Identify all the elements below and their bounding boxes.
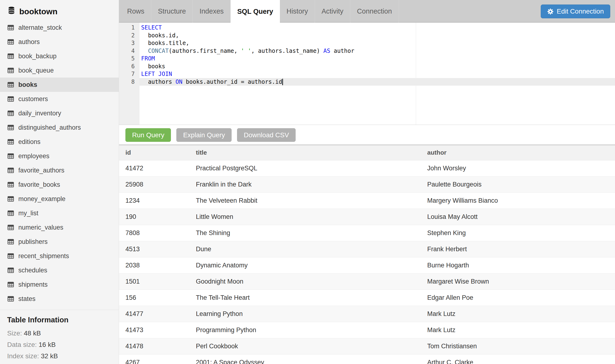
explain-query-button[interactable]: Explain Query [176, 128, 232, 142]
table-icon [7, 124, 14, 131]
table-icon [7, 295, 14, 302]
author-cell: Margery Williams Bianco [421, 193, 615, 209]
table-row: 190Little WomenLouisa May Alcott [119, 209, 615, 225]
table-icon [7, 24, 14, 31]
sidebar-table-item[interactable]: states [0, 292, 119, 306]
id-cell: 25908 [119, 176, 189, 193]
code-line: CONCAT(authors.first_name, ' ', authors.… [140, 47, 615, 55]
author-cell: Frank Herbert [421, 241, 615, 257]
table-icon [7, 38, 14, 45]
table-row: 1501Goodnight MoonMargaret Wise Brown [119, 273, 615, 289]
sidebar-table-item[interactable]: schedules [0, 263, 119, 277]
title-cell: Learning Python [189, 306, 421, 322]
database-icon [7, 6, 16, 17]
table-icon [7, 181, 14, 188]
sidebar-table-item[interactable]: customers [0, 92, 119, 106]
sidebar-table-item[interactable]: my_list [0, 206, 119, 220]
table-info-data-size: Data size: 16 kB [7, 341, 112, 349]
author-cell: Edgar Allen Poe [421, 289, 615, 306]
table-name-label: money_example [18, 195, 65, 203]
table-name-label: distinguished_authors [18, 124, 81, 131]
edit-connection-button[interactable]: Edit Connection [541, 4, 610, 18]
sidebar-table-item[interactable]: editions [0, 135, 119, 149]
table-name-label: editions [18, 138, 40, 146]
sidebar-table-item-selected[interactable]: books [0, 78, 119, 92]
editor-code-area[interactable]: SELECT books.id, books.title, CONCAT(aut… [140, 23, 615, 125]
tab-connection[interactable]: Connection [350, 0, 399, 23]
edit-connection-label: Edit Connection [557, 8, 604, 15]
sidebar: booktown alternate_stock authors book_ba… [0, 0, 119, 364]
table-icon [7, 153, 14, 160]
author-cell: John Worsley [421, 160, 615, 176]
table-info-size: Size: 48 kB [7, 329, 112, 337]
author-cell: Arthur C. Clarke [421, 354, 615, 364]
results-table: id title author 41472Practical PostgreSQ… [119, 145, 615, 364]
table-row: 156The Tell-Tale HeartEdgar Allen Poe [119, 289, 615, 306]
id-cell: 1501 [119, 273, 189, 289]
author-cell: Mark Lutz [421, 322, 615, 338]
table-name-label: publishers [18, 238, 48, 246]
column-header-id: id [119, 145, 189, 160]
author-cell: Burne Hogarth [421, 257, 615, 273]
title-cell: Franklin in the Dark [189, 176, 421, 193]
sidebar-table-item[interactable]: alternate_stock [0, 20, 119, 35]
sidebar-table-item[interactable]: book_backup [0, 49, 119, 63]
line-number: 1 [119, 24, 140, 32]
code-line: books.id, [140, 32, 615, 39]
sidebar-table-item[interactable]: distinguished_authors [0, 120, 119, 135]
table-icon [7, 81, 14, 88]
tab-bar: Rows Structure Indexes SQL Query History… [119, 0, 615, 23]
table-name-label: states [18, 295, 36, 303]
table-name-label: my_list [18, 210, 38, 217]
table-name-label: favorite_books [18, 181, 60, 188]
id-cell: 41477 [119, 306, 189, 322]
table-name-label: numeric_values [18, 224, 63, 231]
table-name-label: shipments [18, 281, 48, 288]
tab-rows[interactable]: Rows [120, 0, 151, 23]
tab-structure[interactable]: Structure [151, 0, 193, 23]
table-icon [7, 95, 14, 103]
table-name-label: customers [18, 95, 48, 103]
line-number: 3 [119, 39, 140, 47]
tab-sql-query[interactable]: SQL Query [231, 0, 280, 23]
sidebar-table-item[interactable]: shipments [0, 277, 119, 292]
id-cell: 4513 [119, 241, 189, 257]
editor-gutter: 1 2 3 4 5 6 7 8 [119, 23, 140, 125]
table-icon [7, 52, 14, 60]
title-cell: The Velveteen Rabbit [189, 193, 421, 209]
sidebar-table-item[interactable]: favorite_books [0, 178, 119, 192]
sidebar-table-item[interactable]: publishers [0, 234, 119, 249]
tab-activity[interactable]: Activity [315, 0, 350, 23]
id-cell: 7808 [119, 225, 189, 241]
run-query-button[interactable]: Run Query [125, 128, 171, 142]
tab-history[interactable]: History [280, 0, 315, 23]
results-header-row: id title author [119, 145, 615, 160]
id-cell: 4267 [119, 354, 189, 364]
id-cell: 156 [119, 289, 189, 306]
id-cell: 41472 [119, 160, 189, 176]
sidebar-table-item[interactable]: authors [0, 35, 119, 49]
query-toolbar: Run Query Explain Query Download CSV [119, 125, 615, 145]
sidebar-table-item[interactable]: favorite_authors [0, 163, 119, 178]
download-csv-button[interactable]: Download CSV [237, 128, 296, 142]
sidebar-table-item[interactable]: employees [0, 149, 119, 163]
table-name-label: schedules [18, 267, 47, 274]
tab-indexes[interactable]: Indexes [193, 0, 231, 23]
table-icon [7, 281, 14, 288]
line-number: 2 [119, 32, 140, 39]
sidebar-table-item[interactable]: numeric_values [0, 220, 119, 234]
main-content: Rows Structure Indexes SQL Query History… [119, 0, 615, 364]
line-number: 7 [119, 70, 140, 78]
sidebar-table-item[interactable]: recent_shipments [0, 249, 119, 263]
title-cell: The Tell-Tale Heart [189, 289, 421, 306]
table-name-label: book_backup [18, 52, 57, 60]
sidebar-table-item[interactable]: daily_inventory [0, 106, 119, 120]
sql-editor[interactable]: 1 2 3 4 5 6 7 8 SELECT books.id, books.t… [119, 23, 615, 125]
table-icon [7, 67, 14, 74]
sidebar-table-item[interactable]: money_example [0, 192, 119, 206]
table-list: alternate_stock authors book_backup book… [0, 20, 119, 306]
code-line: books [140, 63, 615, 70]
sidebar-table-item[interactable]: book_queue [0, 63, 119, 78]
table-row: 4513DuneFrank Herbert [119, 241, 615, 257]
title-cell: The Shining [189, 225, 421, 241]
